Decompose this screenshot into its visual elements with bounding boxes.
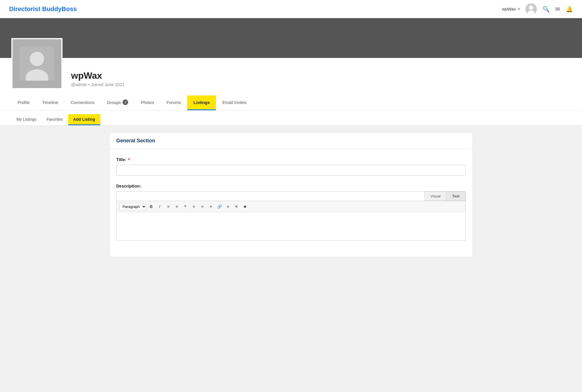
toolbar-ordered-list-btn[interactable]: ≡ xyxy=(173,203,180,210)
profile-avatar-wrap xyxy=(11,38,63,89)
sub-nav-favorites[interactable]: Favorites xyxy=(41,114,68,125)
sub-nav-add-listing[interactable]: Add Listing xyxy=(68,114,100,125)
section-title: General Section xyxy=(116,138,466,144)
toolbar-horizontal-rule-btn[interactable]: ≡ xyxy=(224,203,232,210)
toolbar-link-btn[interactable]: 🔗 xyxy=(216,203,223,210)
toolbar-fullscreen-btn[interactable]: ■ xyxy=(241,203,249,210)
tab-email-invites[interactable]: Email Invites xyxy=(216,95,253,110)
notifications-icon[interactable]: 🔔 xyxy=(566,6,573,12)
toolbar-bold-btn[interactable]: B xyxy=(147,203,155,210)
tab-photos[interactable]: Photos xyxy=(134,95,160,110)
tab-groups-label: Groups xyxy=(107,100,121,105)
site-title[interactable]: Directorist BuddyBoss xyxy=(9,5,77,13)
title-required-star: * xyxy=(128,157,130,162)
editor-toolbar: Paragraph Heading 1 Heading 2 Heading 3 … xyxy=(117,201,465,212)
description-form-group: Description: Visual Text Paragraph Headi… xyxy=(116,184,466,241)
toolbar-italic-btn[interactable]: I xyxy=(156,203,163,210)
svg-point-1 xyxy=(529,6,533,10)
title-label: Title: * xyxy=(116,157,466,162)
form-body: Title: * Description: Visual Text Paragr… xyxy=(109,149,473,257)
toolbar-blockquote-btn[interactable]: ❝ xyxy=(182,203,189,210)
user-menu-name: wpWax xyxy=(502,7,516,11)
search-icon[interactable]: 🔍 xyxy=(542,6,550,12)
toolbar-remove-format-btn[interactable]: ✕ xyxy=(233,203,240,210)
groups-badge: 1 xyxy=(122,99,128,105)
sub-nav: My Listings Favorites Add Listing xyxy=(0,111,582,126)
tab-forums[interactable]: Forums xyxy=(160,95,187,110)
tab-profile[interactable]: Profile xyxy=(11,95,36,110)
profile-cover xyxy=(0,18,582,58)
title-form-group: Title: * xyxy=(116,157,466,176)
paragraph-select[interactable]: Paragraph Heading 1 Heading 2 Heading 3 xyxy=(119,203,146,210)
section-header: General Section xyxy=(109,133,473,149)
profile-avatar xyxy=(11,38,63,89)
profile-cover-wrap: wpWax @admin • Joined June 2021 xyxy=(0,18,582,95)
chevron-down-icon: ▾ xyxy=(518,7,520,11)
profile-info-row: wpWax @admin • Joined June 2021 xyxy=(0,58,582,95)
tab-timeline[interactable]: Timeline xyxy=(36,95,65,110)
tab-groups[interactable]: Groups 1 xyxy=(101,95,134,110)
toolbar-unordered-list-btn[interactable]: ≡ xyxy=(165,203,172,210)
description-label: Description: xyxy=(116,184,466,188)
sub-nav-my-listings[interactable]: My Listings xyxy=(11,114,41,125)
header-avatar[interactable] xyxy=(525,3,537,15)
messages-icon[interactable]: ✉ xyxy=(555,6,560,12)
tab-listings[interactable]: Listings xyxy=(187,95,216,110)
header-right: wpWax ▾ 🔍 ✉ 🔔 xyxy=(502,3,573,15)
content-card: General Section Title: * Description: Vi… xyxy=(109,132,473,257)
tab-connections[interactable]: Connections xyxy=(65,95,101,110)
title-input[interactable] xyxy=(116,165,466,176)
profile-meta: @admin • Joined June 2021 xyxy=(71,82,124,87)
toolbar-align-left-btn[interactable]: ≡ xyxy=(190,203,198,210)
site-header: Directorist BuddyBoss wpWax ▾ 🔍 ✉ 🔔 xyxy=(0,0,582,18)
description-editor[interactable] xyxy=(117,212,465,241)
profile-name-area: wpWax @admin • Joined June 2021 xyxy=(71,70,124,89)
editor-tab-visual[interactable]: Visual xyxy=(425,191,446,201)
main-content: General Section Title: * Description: Vi… xyxy=(103,132,479,268)
profile-username: wpWax xyxy=(71,70,124,81)
profile-nav: Profile Timeline Connections Groups 1 Ph… xyxy=(0,95,582,111)
editor-wrap: Visual Text Paragraph Heading 1 Heading … xyxy=(116,191,466,241)
user-menu[interactable]: wpWax ▾ xyxy=(502,7,520,11)
editor-tabs: Visual Text xyxy=(117,191,465,201)
toolbar-align-center-btn[interactable]: ≡ xyxy=(199,203,206,210)
svg-point-4 xyxy=(30,52,44,66)
editor-tab-text[interactable]: Text xyxy=(446,191,465,201)
toolbar-align-right-btn[interactable]: ≡ xyxy=(207,203,215,210)
